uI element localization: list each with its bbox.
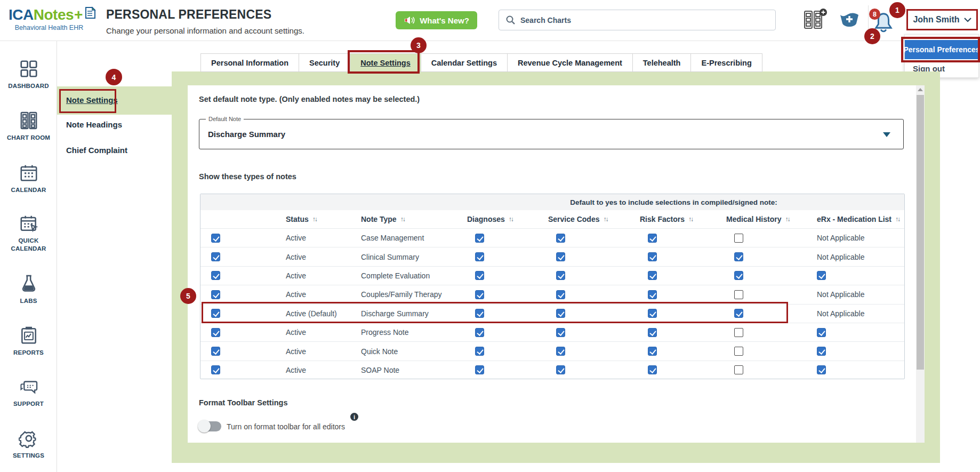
checkbox[interactable] — [211, 365, 220, 374]
sidebar-item-reports[interactable]: REPORTS — [0, 325, 57, 357]
sidebar-item-settings[interactable]: SETTINGS — [0, 428, 57, 460]
checkbox[interactable] — [648, 347, 657, 356]
checkbox[interactable] — [817, 347, 826, 356]
checkbox[interactable] — [817, 365, 826, 374]
column-header-status[interactable]: Status↑↓ — [286, 215, 361, 223]
sidebar-item-support[interactable]: SUPPORT — [0, 377, 57, 408]
sort-icon[interactable]: ↑↓ — [509, 215, 513, 223]
checkbox[interactable] — [734, 365, 743, 374]
checkbox[interactable] — [211, 328, 220, 337]
checkbox[interactable] — [475, 252, 484, 261]
user-menu-trigger[interactable]: John Smith — [906, 9, 978, 30]
checkbox[interactable] — [817, 328, 826, 337]
checkbox[interactable] — [648, 365, 657, 374]
checkbox[interactable] — [556, 347, 565, 356]
sort-icon[interactable]: ↑↓ — [688, 215, 693, 223]
search-input[interactable]: Search Charts — [499, 10, 776, 30]
sort-icon[interactable]: ↑↓ — [604, 215, 608, 223]
checkbox[interactable] — [475, 271, 484, 280]
checkbox[interactable] — [556, 328, 565, 337]
column-header-risk-factors[interactable]: Risk Factors↑↓ — [640, 215, 726, 223]
tab-e-prescribing[interactable]: E-Prescribing — [691, 53, 762, 72]
sidebar-item-dashboard[interactable]: DASHBOARD — [0, 59, 57, 90]
column-header-diagnoses[interactable]: Diagnoses↑↓ — [467, 215, 548, 223]
vertical-scrollbar[interactable] — [916, 85, 925, 443]
column-header-medical-history[interactable]: Medical History↑↓ — [726, 215, 817, 223]
status-cell: Active — [286, 290, 361, 299]
subnav-item-note-headings[interactable]: Note Headings — [66, 120, 122, 129]
checkbox[interactable] — [648, 290, 657, 299]
checkbox[interactable] — [734, 328, 743, 337]
checkbox[interactable] — [648, 328, 657, 337]
sort-icon[interactable]: ↑↓ — [895, 215, 899, 223]
checkbox[interactable] — [211, 252, 220, 261]
note-type-cell: Case Management — [361, 234, 467, 242]
format-toolbar-toggle[interactable] — [199, 421, 221, 431]
column-header-service-codes[interactable]: Service Codes↑↓ — [548, 215, 640, 223]
checkbox[interactable] — [734, 234, 743, 243]
chart-room-icon — [0, 110, 57, 131]
sidebar-item-labs[interactable]: LABS — [0, 274, 57, 305]
tab-revenue-cycle-management[interactable]: Revenue Cycle Management — [508, 53, 633, 72]
tab-telehealth[interactable]: Telehealth — [633, 53, 692, 72]
checkbox[interactable] — [211, 234, 220, 243]
checkbox[interactable] — [817, 271, 826, 280]
checkbox[interactable] — [475, 347, 484, 356]
tab-personal-information[interactable]: Personal Information — [200, 53, 299, 72]
logo-plus: + — [74, 6, 83, 23]
sidebar-item-calendar[interactable]: CALENDAR — [0, 163, 57, 194]
sort-icon[interactable]: ↑↓ — [785, 215, 789, 223]
checkbox[interactable] — [475, 328, 484, 337]
whats-new-button[interactable]: What's New? — [396, 11, 477, 29]
erx-cell: Not Applicable — [817, 290, 900, 299]
tab-security[interactable]: Security — [299, 53, 350, 72]
logo-notes: Notes — [34, 6, 74, 23]
checkbox[interactable] — [648, 234, 657, 243]
default-note-select[interactable]: Default Note Discharge Summary — [199, 119, 904, 149]
scrollbar-thumb[interactable] — [917, 95, 924, 370]
checkbox[interactable] — [648, 252, 657, 261]
sidebar-item-chart-room[interactable]: CHART ROOM — [0, 110, 57, 142]
pharmacy-mortar-icon[interactable] — [838, 11, 861, 33]
checkbox[interactable] — [556, 271, 565, 280]
checkbox[interactable] — [556, 290, 565, 299]
checkbox[interactable] — [475, 365, 484, 374]
checkbox[interactable] — [734, 271, 743, 280]
sidebar-item-quick-calendar[interactable]: QUICK CALENDAR — [0, 213, 57, 253]
checkbox[interactable] — [734, 290, 743, 299]
scrollbar-up-arrow[interactable] — [916, 85, 925, 93]
sort-icon[interactable]: ↑↓ — [312, 215, 317, 223]
checkbox[interactable] — [734, 252, 743, 261]
annotation-circle-2: 2 — [864, 28, 880, 44]
chart-cabinet-icon[interactable] — [802, 8, 828, 34]
notification-badge: 8 — [869, 9, 880, 20]
checkbox[interactable] — [556, 365, 565, 374]
calendar-icon — [0, 163, 57, 183]
checkbox[interactable] — [475, 234, 484, 243]
erx-cell: Not Applicable — [817, 234, 900, 242]
title-block: PERSONAL PREFERENCES Change your persona… — [106, 7, 304, 35]
checkbox[interactable] — [211, 347, 220, 356]
checkbox[interactable] — [556, 252, 565, 261]
settings-tabs: Personal Information Security Note Setti… — [200, 53, 762, 72]
note-type-cell: Progress Note — [361, 328, 467, 337]
info-icon[interactable]: i — [350, 413, 358, 421]
annotation-circle-4: 4 — [106, 69, 122, 85]
table-row: ActiveQuick Note — [200, 341, 904, 360]
logo-tagline: Behavioral Health EHR — [9, 24, 90, 31]
subnav-item-chief-complaint[interactable]: Chief Complaint — [66, 146, 127, 155]
tab-calendar-settings[interactable]: Calendar Settings — [421, 53, 508, 72]
checkbox[interactable] — [648, 271, 657, 280]
sort-icon[interactable]: ↑↓ — [400, 215, 405, 223]
checkbox[interactable] — [556, 234, 565, 243]
checkbox[interactable] — [734, 347, 743, 356]
checkbox[interactable] — [475, 290, 484, 299]
checkbox[interactable] — [211, 290, 220, 299]
default-note-label: Default Note — [206, 116, 244, 122]
column-header-erx[interactable]: eRx - Medication List↑↓ — [817, 215, 900, 223]
megaphone-icon — [404, 15, 415, 25]
dropdown-caret-icon[interactable] — [883, 132, 890, 137]
column-header-note-type[interactable]: Note Type↑↓ — [361, 215, 467, 223]
icanotes-logo[interactable]: ICANotes+ Behavioral Health EHR — [9, 6, 99, 31]
checkbox[interactable] — [211, 271, 220, 280]
